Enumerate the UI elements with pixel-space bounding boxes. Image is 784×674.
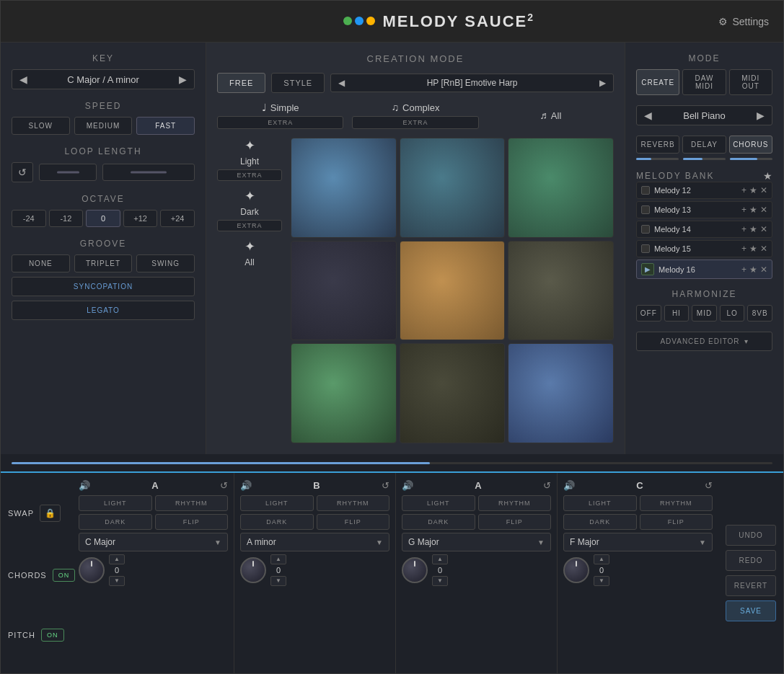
mood-cell-1[interactable] xyxy=(400,138,506,238)
melody-checkbox-12[interactable] xyxy=(641,186,650,195)
harm-hi-button[interactable]: HI xyxy=(664,305,690,322)
track-a1-chord-selector[interactable]: C Major ▼ xyxy=(79,533,228,551)
melody-star-12[interactable]: ★ xyxy=(749,185,757,195)
track-b-light-button[interactable]: LIGHT xyxy=(240,495,314,511)
mood-cell-0[interactable] xyxy=(291,138,397,238)
groove-none-button[interactable]: NONE xyxy=(12,254,70,272)
track-a2-flip-button[interactable]: FLIP xyxy=(478,514,552,530)
midi-out-button[interactable]: MIDI OUT xyxy=(729,69,772,95)
style-mode-button[interactable]: STYLE xyxy=(271,73,325,93)
melody-play-16[interactable]: ▶ xyxy=(641,263,654,275)
loop-bar-long[interactable] xyxy=(102,164,195,181)
mood-cell-4[interactable] xyxy=(400,241,506,341)
melody-star-14[interactable]: ★ xyxy=(749,224,757,234)
track-a2-light-button[interactable]: LIGHT xyxy=(402,495,475,511)
track-a1-dark-button[interactable]: DARK xyxy=(79,514,152,530)
reverb-button[interactable]: REVERB xyxy=(636,136,679,154)
melody-delete-15[interactable]: ✕ xyxy=(760,244,767,254)
melody-checkbox-14[interactable] xyxy=(641,225,650,234)
track-b-pitch-down-button[interactable]: ▼ xyxy=(270,576,286,586)
track-a2-chord-selector[interactable]: G Major ▼ xyxy=(402,533,551,551)
melody-delete-13[interactable]: ✕ xyxy=(760,205,767,215)
melody-add-13[interactable]: + xyxy=(741,205,746,215)
create-mode-button[interactable]: CREATE xyxy=(636,69,679,95)
melody-delete-12[interactable]: ✕ xyxy=(760,185,767,195)
track-c-light-button[interactable]: LIGHT xyxy=(563,495,637,511)
track-c-chord-selector[interactable]: F Major ▼ xyxy=(563,533,713,551)
light-extra-button[interactable]: EXTRA xyxy=(217,169,282,181)
speed-fast-button[interactable]: FAST xyxy=(136,117,195,135)
track-a1-rhythm-button[interactable]: RHYTHM xyxy=(155,495,229,511)
track-c-flip-button[interactable]: FLIP xyxy=(640,514,713,530)
track-a2-pitch-knob[interactable] xyxy=(402,557,428,583)
track-b-dark-button[interactable]: DARK xyxy=(240,514,314,530)
mood-cell-3[interactable] xyxy=(291,241,397,341)
syncopation-button[interactable]: SYNCOPATION xyxy=(12,277,195,296)
chords-on-button[interactable]: ON xyxy=(53,569,76,582)
instrument-prev-button[interactable]: ◀ xyxy=(644,110,652,121)
save-button[interactable]: SAVE xyxy=(726,600,776,621)
track-a2-pitch-up-button[interactable]: ▲ xyxy=(432,554,448,564)
style-prev-button[interactable]: ◀ xyxy=(338,78,345,88)
track-b-flip-button[interactable]: FLIP xyxy=(317,514,390,530)
key-next-button[interactable]: ▶ xyxy=(179,74,187,85)
mood-cell-5[interactable] xyxy=(508,241,614,341)
melody-checkbox-15[interactable] xyxy=(641,244,650,253)
octave-minus12-button[interactable]: -12 xyxy=(49,210,84,227)
mood-cell-7[interactable] xyxy=(400,343,506,443)
loop-reset-button[interactable]: ↺ xyxy=(12,162,33,182)
groove-swing-button[interactable]: SWING xyxy=(136,254,195,272)
octave-0-button[interactable]: 0 xyxy=(86,210,120,227)
melody-delete-14[interactable]: ✕ xyxy=(760,224,767,234)
pitch-on-button[interactable]: ON xyxy=(41,629,64,642)
redo-button[interactable]: REDO xyxy=(726,550,776,571)
mood-cell-2[interactable] xyxy=(508,138,614,238)
track-b-rhythm-button[interactable]: RHYTHM xyxy=(317,495,390,511)
daw-midi-button[interactable]: DAW MIDI xyxy=(682,69,726,95)
track-c-pitch-up-button[interactable]: ▲ xyxy=(594,554,609,564)
melody-checkbox-13[interactable] xyxy=(641,205,650,214)
track-c-dark-button[interactable]: DARK xyxy=(563,514,637,530)
melody-add-16[interactable]: + xyxy=(741,265,746,275)
mood-cell-6[interactable] xyxy=(291,343,397,443)
mood-cell-8[interactable] xyxy=(508,343,614,443)
melody-delete-16[interactable]: ✕ xyxy=(760,265,767,275)
track-a1-light-button[interactable]: LIGHT xyxy=(79,495,152,511)
complex-extra-button[interactable]: EXTRA xyxy=(352,116,478,129)
undo-button[interactable]: UNDO xyxy=(726,525,776,546)
track-a1-flip-button[interactable]: FLIP xyxy=(155,514,229,530)
progress-bar-track[interactable] xyxy=(12,462,772,464)
track-c-rhythm-button[interactable]: RHYTHM xyxy=(640,495,713,511)
simple-extra-button[interactable]: EXTRA xyxy=(217,116,343,129)
track-a1-pitch-knob[interactable] xyxy=(79,557,105,583)
free-mode-button[interactable]: FREE xyxy=(217,73,265,93)
track-a1-pitch-up-button[interactable]: ▲ xyxy=(109,554,125,564)
instrument-selector[interactable]: ◀ Bell Piano ▶ xyxy=(636,105,772,125)
harm-off-button[interactable]: OFF xyxy=(636,305,661,322)
melody-add-14[interactable]: + xyxy=(741,224,746,234)
reverb-slider[interactable] xyxy=(636,158,679,160)
chorus-button[interactable]: CHORUS xyxy=(729,136,772,154)
delay-button[interactable]: DELAY xyxy=(682,136,726,154)
swap-lock-button[interactable]: 🔒 xyxy=(40,505,61,522)
octave-plus12-button[interactable]: +12 xyxy=(123,210,158,227)
speed-medium-button[interactable]: MEDIUM xyxy=(74,117,133,135)
melody-item-13[interactable]: Melody 13 + ★ ✕ xyxy=(636,201,772,218)
speed-slow-button[interactable]: SLOW xyxy=(12,117,70,135)
melody-item-15[interactable]: Melody 15 + ★ ✕ xyxy=(636,240,772,257)
legato-button[interactable]: LEGATO xyxy=(12,301,195,320)
track-b-chord-selector[interactable]: A minor ▼ xyxy=(240,533,389,551)
loop-bar-short[interactable] xyxy=(39,164,97,181)
track-c-pitch-knob[interactable] xyxy=(563,557,589,583)
melody-item-16[interactable]: ▶ Melody 16 + ★ ✕ xyxy=(636,260,772,279)
dark-extra-button[interactable]: EXTRA xyxy=(217,220,282,231)
melody-item-12[interactable]: Melody 12 + ★ ✕ xyxy=(636,182,772,199)
style-next-button[interactable]: ▶ xyxy=(599,78,606,88)
track-c-pitch-down-button[interactable]: ▼ xyxy=(594,576,609,586)
octave-minus24-button[interactable]: -24 xyxy=(12,210,46,227)
harm-8vb-button[interactable]: 8VB xyxy=(747,305,772,322)
track-a2-rhythm-button[interactable]: RHYTHM xyxy=(478,495,552,511)
track-b-pitch-knob[interactable] xyxy=(240,557,266,583)
track-a2-pitch-down-button[interactable]: ▼ xyxy=(432,576,448,586)
groove-triplet-button[interactable]: TRIPLET xyxy=(74,254,133,272)
